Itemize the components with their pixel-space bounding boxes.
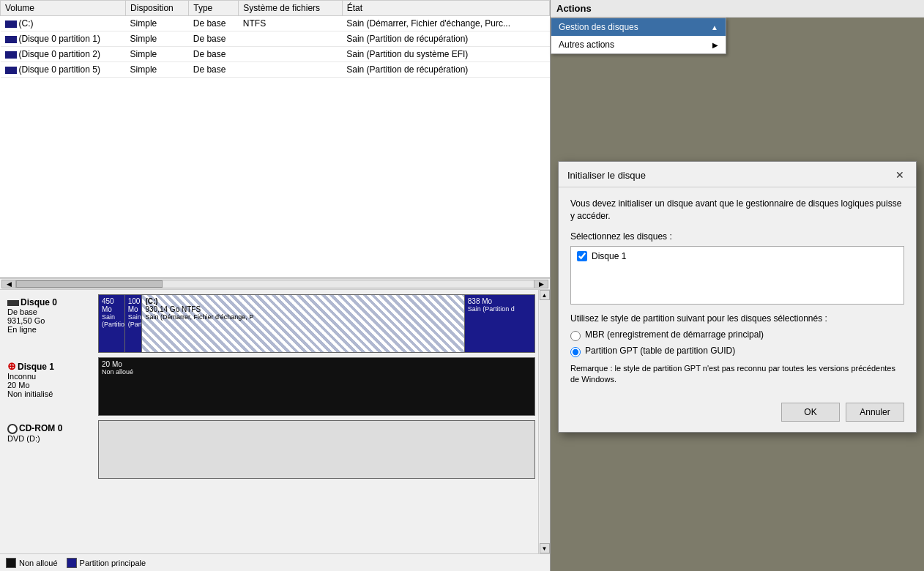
cell-volume: (Disque 0 partition 2) (1, 47, 126, 62)
gpt-label: Partition GPT (table de partition GUID) (585, 346, 735, 356)
dialog-footer: OK Annuler (559, 395, 916, 432)
mbr-option: MBR (enregistrement de démarrage princip… (570, 329, 904, 341)
partition[interactable]: 100 Mo Sain (Parti (125, 295, 143, 352)
partition-style-label: Utilisez le style de partition suivant p… (570, 313, 904, 324)
dialog-select-disks-label: Sélectionnez les disques : (570, 231, 904, 242)
table-row[interactable]: (Disque 0 partition 2) Simple De base Sa… (1, 47, 550, 62)
disk-size: 931,50 Go (7, 316, 94, 325)
menu-item-gestion[interactable]: Gestion des disques ▲ (551, 18, 726, 36)
disk-management-panel: Volume Disposition Type Système de fichi… (0, 0, 551, 571)
partition[interactable]: 20 Mo Non alloué (99, 358, 534, 415)
disk-status: En ligne (7, 325, 94, 334)
gpt-option: Partition GPT (table de partition GUID) (570, 346, 904, 357)
col-volume: Volume (1, 1, 126, 16)
dialog-body: Vous devez initialiser un disque avant q… (559, 187, 916, 395)
volume-table-body: (C:) Simple De base NTFS Sain (Démarrer,… (1, 16, 550, 78)
vscroll-track (540, 300, 550, 543)
partition-size: 100 Mo (128, 297, 139, 313)
legend-primary: Partition principale (67, 558, 146, 568)
partition-status: Non alloué (102, 368, 532, 376)
disk-table-area: Volume Disposition Type Système de fichi… (0, 0, 550, 278)
disk-label: ⊕Disque 1 Inconnu 20 Mo Non initialisé (3, 357, 98, 416)
legend-unallocated-label: Non alloué (19, 559, 58, 567)
legend-bar: Non alloué Partition principale (0, 553, 550, 571)
cell-status: Sain (Partition du système EFI) (342, 47, 549, 62)
menu-item-autres[interactable]: Autres actions ▶ (551, 36, 726, 53)
disk-partitions: 450 Mo Sain (Partition 100 Mo Sain (Part… (98, 294, 535, 353)
actions-header: Actions (551, 0, 924, 18)
table-row[interactable]: (Disque 0 partition 1) Simple De base Sa… (1, 31, 550, 47)
volume-table: Volume Disposition Type Système de fichi… (0, 0, 550, 78)
gpt-radio[interactable] (570, 347, 581, 357)
cell-status: Sain (Partition de récupération) (342, 62, 549, 78)
scroll-left-btn[interactable]: ◀ (1, 280, 16, 288)
legend-primary-label: Partition principale (80, 559, 146, 567)
cell-type: De base (189, 16, 239, 31)
partition[interactable]: 450 Mo Sain (Partition (99, 295, 125, 352)
cell-disposition: Simple (126, 47, 189, 62)
disk-row: CD-ROM 0 DVD (D:) (3, 420, 535, 479)
partition[interactable]: (C:) 930,14 Go NTFS Sain (Démarrer, Fich… (142, 295, 464, 352)
disk1-checkbox[interactable] (577, 251, 587, 261)
cell-filesystem (239, 47, 342, 62)
disk-name: CD-ROM 0 (7, 423, 94, 434)
partition-size: 838 Mo (468, 297, 532, 305)
cell-volume: (Disque 0 partition 1) (1, 31, 126, 47)
scroll-up-btn[interactable]: ▲ (540, 290, 550, 300)
dialog-close-button[interactable]: ✕ (893, 168, 907, 182)
disk-visual-section: Disque 0 De base 931,50 Go En ligne 450 … (0, 290, 550, 553)
menu-item-autres-label: Autres actions (559, 40, 614, 50)
disk-partitions: 20 Mo Non alloué (98, 357, 535, 416)
horizontal-scrollbar[interactable]: ◀ ▶ (0, 278, 550, 290)
partition-size: 930,14 Go NTFS (145, 305, 461, 313)
disk1-label: Disque 1 (592, 251, 626, 261)
mbr-label: MBR (enregistrement de démarrage princip… (585, 329, 764, 340)
chevron-right-icon: ▶ (712, 41, 718, 49)
disk-label: Disque 0 De base 931,50 Go En ligne (3, 294, 98, 353)
cell-filesystem (239, 62, 342, 78)
disk-visual-area: Disque 0 De base 931,50 Go En ligne 450 … (0, 290, 538, 553)
scroll-right-btn[interactable]: ▶ (534, 280, 548, 288)
disk-partitions (98, 420, 535, 479)
table-row[interactable]: (C:) Simple De base NTFS Sain (Démarrer,… (1, 16, 550, 31)
dialog-note: Remarque : le style de partition GPT n'e… (570, 363, 904, 386)
scroll-down-btn[interactable]: ▼ (540, 543, 550, 553)
chevron-up-icon: ▲ (711, 23, 718, 31)
col-type: Type (189, 1, 239, 16)
dialog-title: Initialiser le disque (567, 170, 646, 181)
legend-blue-box (67, 558, 77, 568)
cell-disposition: Simple (126, 62, 189, 78)
cancel-button[interactable]: Annuler (846, 403, 904, 422)
cell-volume: (Disque 0 partition 5) (1, 62, 126, 78)
table-row[interactable]: (Disque 0 partition 5) Simple De base Sa… (1, 62, 550, 78)
mbr-radio[interactable] (570, 331, 581, 341)
cell-volume: (C:) (1, 16, 126, 31)
menu-item-gestion-label: Gestion des disques (559, 22, 638, 32)
cell-disposition: Simple (126, 31, 189, 47)
legend-black-box (6, 558, 16, 568)
disk-type: DVD (D:) (7, 434, 94, 443)
col-etat: État (342, 1, 549, 16)
disk-list-box: Disque 1 (570, 246, 904, 305)
scrollbar-thumb[interactable] (16, 280, 163, 288)
cell-status: Sain (Démarrer, Fichier d'échange, Purc.… (342, 16, 549, 31)
vertical-scrollbar[interactable]: ▲ ▼ (538, 290, 550, 553)
disk-label: CD-ROM 0 DVD (D:) (3, 420, 98, 479)
dialog-description: Vous devez initialiser un disque avant q… (570, 198, 904, 223)
disk-name: Disque 0 (7, 297, 94, 307)
partition-size: 20 Mo (102, 360, 532, 368)
partition-label: (C:) (145, 297, 461, 305)
cell-filesystem: NTFS (239, 16, 342, 31)
disk-size: 20 Mo (7, 381, 94, 389)
disk-status: Non initialisé (7, 389, 94, 398)
partition[interactable]: 838 Mo Sain (Partition d (465, 295, 534, 352)
ok-button[interactable]: OK (781, 403, 840, 422)
disk-checkbox-row-1: Disque 1 (574, 250, 901, 263)
partition-status: Sain (Parti (128, 313, 139, 328)
actions-menu: Gestion des disques ▲ Autres actions ▶ (551, 18, 726, 54)
disk-name: ⊕Disque 1 (7, 360, 94, 372)
col-filesystem: Système de fichiers (239, 1, 342, 16)
disk-row: Disque 0 De base 931,50 Go En ligne 450 … (3, 294, 535, 353)
partition-status: Sain (Partition d (468, 305, 532, 313)
cell-disposition: Simple (126, 16, 189, 31)
